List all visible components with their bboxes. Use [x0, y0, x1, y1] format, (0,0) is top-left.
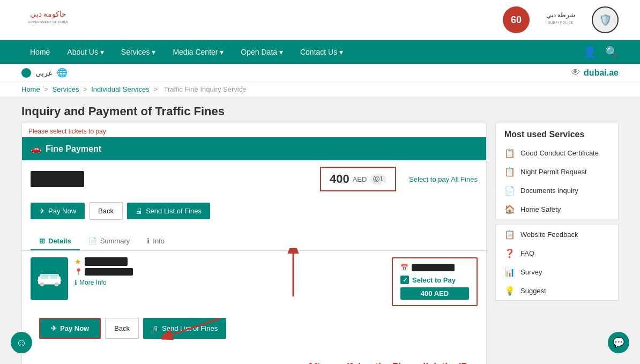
svg-text:DUBAI POLICE: DUBAI POLICE	[548, 20, 574, 24]
select-to-pay[interactable]: Select to Pay	[400, 276, 469, 284]
gov-logo-svg: حاكومة دبي GOVERNMENT OF DUBAI	[21, 4, 75, 34]
info-circle-icon: ℹ	[75, 279, 77, 286]
svg-text:شرطة دبي: شرطة دبي	[546, 11, 575, 18]
suggest-icon: 💡	[504, 286, 515, 296]
more-info-link[interactable]: ℹ More Info	[75, 279, 385, 286]
back-button-bottom[interactable]: Back	[105, 318, 139, 339]
other-services-box: 📋 Website Feedback ❓ FAQ 📊 Survey 💡 Sugg…	[495, 225, 619, 301]
tab-info[interactable]: ℹ Info	[138, 233, 173, 250]
fines-count: ⓪1	[370, 174, 386, 185]
sidebar-good-conduct[interactable]: 📋 Good Conduct Certificate	[496, 144, 618, 162]
info-icon: ℹ	[147, 237, 150, 245]
svg-text:حاكومة دبي: حاكومة دبي	[30, 10, 67, 19]
location-icon: 📍	[75, 268, 83, 276]
sidebar-night-permit[interactable]: 📋 Night Permit Request	[496, 162, 618, 181]
svg-point-6	[40, 283, 44, 287]
most-used-box: Most used Services 📋 Good Conduct Certif…	[495, 123, 619, 219]
car-details: ★ 📍 ℹ More Info	[75, 257, 385, 286]
globe-icon[interactable]: 🌐	[57, 68, 68, 78]
amount-currency: AED	[353, 175, 367, 183]
send-icon-bottom: ✈	[51, 324, 57, 332]
police-logo-svg: شرطة دبي DUBAI POLICE	[534, 5, 587, 35]
accessibility-button[interactable]: ☺	[11, 332, 32, 353]
fine-amount-card: 400 AED	[400, 287, 469, 300]
breadcrumb-services[interactable]: Services	[53, 85, 79, 93]
nav-about[interactable]: About Us ▾	[58, 40, 112, 64]
pay-now-button-bottom[interactable]: ✈ Pay Now	[39, 318, 101, 339]
car-svg-icon	[36, 266, 62, 292]
page-title: Inquiry and Payment of Traffic Fines	[0, 97, 640, 123]
arrow-up-annotation	[277, 248, 309, 302]
most-used-title: Most used Services	[496, 123, 618, 144]
sidebar-home-safety[interactable]: 🏠 Home Safety	[496, 200, 618, 219]
arabic-label[interactable]: عربي	[35, 69, 53, 77]
nav-opendata[interactable]: Open Data ▾	[232, 40, 292, 64]
top-buttons-row: ✈ Pay Now Back 🖨 Send List of Fines	[22, 198, 486, 228]
arrow-left-annotation	[161, 313, 226, 340]
home-safety-icon: 🏠	[504, 204, 515, 214]
printer-icon-top: 🖨	[136, 207, 143, 215]
sidebar-suggest[interactable]: 💡 Suggest	[496, 281, 618, 300]
main-nav: Home About Us ▾ Services ▾ Media Center …	[0, 40, 640, 64]
fine-card: 📅 Select to Pay 400 AED	[392, 257, 478, 306]
nav-contact[interactable]: Contact Us ▾	[292, 40, 352, 64]
left-panel: Please select tickets to pay 🚗 Fine Paym…	[21, 123, 487, 364]
sidebar-documents[interactable]: 📄 Documents inquiry	[496, 181, 618, 200]
chat-button[interactable]: 💬	[608, 332, 629, 353]
gov-logo: حاكومة دبي GOVERNMENT OF DUBAI	[21, 4, 75, 35]
back-button-top[interactable]: Back	[89, 202, 123, 220]
amount-display: 400 AED ⓪1	[320, 167, 396, 191]
tab-details[interactable]: ⊞ Details	[31, 233, 80, 250]
pay-now-button-top[interactable]: ✈ Pay Now	[31, 203, 85, 219]
fine-payment-header: 🚗 Fine Payment	[22, 137, 486, 160]
grid-icon: ⊞	[39, 237, 45, 245]
police-logo: 60 شرطة دبي DUBAI POLICE 🛡️	[503, 5, 619, 35]
annotation-text: After verifying the Fine, click the 'Pay…	[306, 356, 478, 364]
nav-services[interactable]: Services ▾	[113, 40, 165, 64]
good-conduct-icon: 📋	[504, 148, 515, 158]
send-fines-button-top[interactable]: 🖨 Send List of Fines	[127, 203, 210, 219]
breadcrumb-home[interactable]: Home	[21, 85, 40, 93]
top-header: حاكومة دبي GOVERNMENT OF DUBAI 60 شرطة د…	[0, 0, 640, 40]
select-all-label[interactable]: Select to pay All Fines	[409, 175, 478, 183]
car-header-icon: 🚗	[31, 144, 41, 154]
tabs-row: ⊞ Details 📄 Summary ℹ Info	[22, 228, 486, 251]
calendar-icon: 📅	[400, 264, 408, 271]
amount-row: 400 AED ⓪1 Select to pay All Fines	[22, 160, 486, 198]
car-location: 📍	[75, 268, 385, 276]
user-icon[interactable]: 👤	[583, 46, 597, 58]
bottom-section: ✈ Pay Now Back 🖨 Send List of Fines	[22, 313, 486, 356]
amount-number: 400	[330, 172, 349, 186]
breadcrumb: Home > Services > Individual Services > …	[0, 82, 640, 97]
tab-summary[interactable]: 📄 Summary	[80, 233, 139, 250]
svg-line-13	[172, 318, 220, 335]
main-content: Please select tickets to pay 🚗 Fine Paym…	[0, 123, 640, 364]
lang-bar: عربي 🌐 👁 dubai.ae	[0, 64, 640, 82]
documents-icon: 📄	[504, 185, 515, 196]
svg-rect-10	[38, 280, 41, 281]
feedback-icon: 📋	[504, 229, 515, 240]
fine-date: 📅	[400, 264, 469, 271]
dubai-ae-logo: 👁 dubai.ae	[571, 67, 619, 78]
survey-icon: 📊	[504, 267, 515, 277]
annotation-area: After verifying the Fine, click the 'Pay…	[22, 356, 486, 364]
nav-home[interactable]: Home	[21, 40, 58, 64]
night-permit-icon: 📋	[504, 167, 515, 177]
sidebar-website-feedback[interactable]: 📋 Website Feedback	[496, 225, 618, 244]
breadcrumb-current: Traffic Fine Inquiry Service	[163, 85, 246, 93]
sidebar-survey[interactable]: 📊 Survey	[496, 263, 618, 281]
eye-icon: 👁	[571, 67, 581, 78]
plate-box	[31, 171, 84, 187]
bottom-buttons-row: ✈ Pay Now Back 🖨 Send List of Fines	[31, 313, 478, 347]
breadcrumb-individual[interactable]: Individual Services	[91, 85, 149, 93]
svg-rect-11	[58, 280, 62, 281]
right-sidebar: Most used Services 📋 Good Conduct Certif…	[495, 123, 619, 364]
doc-icon: 📄	[88, 237, 97, 245]
svg-text:GOVERNMENT OF DUBAI: GOVERNMENT OF DUBAI	[28, 20, 69, 24]
svg-rect-8	[41, 275, 49, 279]
search-icon[interactable]: 🔍	[605, 46, 619, 58]
checkbox-select[interactable]	[400, 276, 409, 284]
sidebar-faq[interactable]: ❓ FAQ	[496, 244, 618, 263]
printer-icon-bottom: 🖨	[152, 324, 159, 332]
nav-media[interactable]: Media Center ▾	[164, 40, 232, 64]
